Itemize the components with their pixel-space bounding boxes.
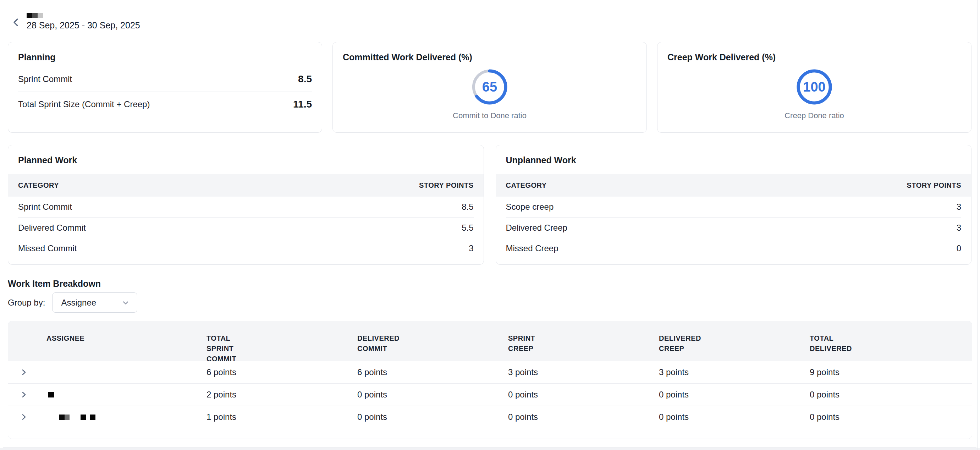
- creep-card-title: Creep Work Delivered (%): [667, 52, 961, 63]
- total-delivered-cell: 9 points: [810, 367, 972, 377]
- group-by-label: Group by:: [8, 298, 45, 308]
- planned-work-card: Planned Work CATEGORY STORY POINTS Sprin…: [8, 145, 484, 265]
- delivered-commit-cell: 6 points: [357, 367, 508, 377]
- breakdown-table-footer: [8, 428, 972, 439]
- redaction-block: [38, 13, 43, 18]
- page-header: 28 Sep, 2025 - 30 Sep, 2025: [0, 0, 980, 34]
- committed-gauge-caption: Commit to Done ratio: [453, 111, 527, 120]
- back-button[interactable]: [10, 16, 22, 29]
- delivered-commit-cell: 0 points: [357, 390, 508, 400]
- table-row: Delivered Creep 3: [506, 217, 962, 238]
- table-row: Sprint Commit 8.5: [18, 197, 474, 217]
- assignee-cell: [46, 361, 207, 383]
- group-by-selected-value: Assignee: [61, 298, 96, 308]
- points-cell: 3: [956, 223, 961, 233]
- chevron-down-icon: [121, 299, 130, 307]
- points-cell: 0: [956, 243, 961, 253]
- sprint-title-redacted: [27, 13, 980, 18]
- column-assignee: ASSIGNEE: [46, 333, 94, 343]
- expand-row-button[interactable]: [19, 390, 29, 399]
- breakdown-row[interactable]: 1 points 0 points 0 points 0 points 0 po…: [8, 405, 972, 428]
- delivered-creep-cell: 3 points: [659, 367, 810, 377]
- expand-row-button[interactable]: [19, 368, 29, 377]
- committed-work-card: Committed Work Delivered (%) 65 Commit t…: [332, 42, 647, 133]
- column-category: CATEGORY: [506, 181, 547, 189]
- summary-cards-row: Planning Sprint Commit 8.5 Total Sprint …: [8, 42, 972, 133]
- planning-row-total-sprint-size: Total Sprint Size (Commit + Creep) 11.5: [18, 92, 312, 117]
- table-row: Scope creep 3: [506, 197, 962, 217]
- redaction-block: [81, 415, 86, 420]
- creep-work-card: Creep Work Delivered (%) 100 Creep Done …: [657, 42, 972, 133]
- planned-work-title: Planned Work: [8, 155, 484, 166]
- work-tables-row: Planned Work CATEGORY STORY POINTS Sprin…: [8, 145, 972, 265]
- expand-row-button[interactable]: [19, 412, 29, 421]
- creep-gauge: 100: [795, 68, 834, 106]
- creep-gauge-value: 100: [795, 68, 834, 106]
- table-row: Missed Creep 0: [506, 238, 962, 258]
- planning-row-sprint-commit: Sprint Commit 8.5: [18, 66, 312, 92]
- breakdown-table-header: ASSIGNEE TOTAL SPRINT COMMIT DELIVERED C…: [8, 321, 972, 361]
- redaction-block: [27, 13, 32, 18]
- column-category: CATEGORY: [18, 181, 59, 189]
- column-sprint-creep: SPRINT CREEP: [508, 333, 556, 354]
- total-delivered-cell: 0 points: [810, 390, 972, 400]
- chevron-right-icon: [20, 391, 28, 399]
- category-cell: Delivered Creep: [506, 223, 567, 233]
- redaction-block: [48, 392, 54, 398]
- redaction-block: [65, 415, 70, 420]
- assignee-cell-redacted: [46, 406, 207, 428]
- unplanned-work-table-header: CATEGORY STORY POINTS: [496, 174, 972, 197]
- group-by-row: Group by: Assignee: [8, 293, 980, 313]
- unplanned-work-title: Unplanned Work: [496, 155, 972, 166]
- chevron-right-icon: [20, 413, 28, 421]
- planning-card-title: Planning: [18, 52, 312, 63]
- planned-work-table-header: CATEGORY STORY POINTS: [8, 174, 484, 197]
- page-background-strip: [0, 448, 980, 450]
- scrollbar[interactable]: [977, 0, 978, 450]
- sprint-creep-cell: 0 points: [508, 390, 659, 400]
- planning-row-label: Sprint Commit: [18, 74, 72, 84]
- category-cell: Scope creep: [506, 202, 554, 212]
- redaction-block: [32, 13, 38, 18]
- committed-gauge-value: 65: [471, 68, 509, 106]
- planning-card: Planning Sprint Commit 8.5 Total Sprint …: [8, 42, 322, 133]
- points-cell: 3: [956, 202, 961, 212]
- points-cell: 8.5: [461, 202, 473, 212]
- breakdown-row[interactable]: 2 points 0 points 0 points 0 points 0 po…: [8, 383, 972, 405]
- committed-gauge: 65: [471, 68, 509, 106]
- sprint-date-range: 28 Sep, 2025 - 30 Sep, 2025: [27, 20, 980, 30]
- points-cell: 5.5: [461, 223, 473, 233]
- assignee-cell-redacted: [46, 384, 207, 405]
- column-total-delivered: TOTAL DELIVERED: [810, 333, 858, 354]
- chevron-right-icon: [20, 368, 28, 376]
- column-total-sprint-commit: TOTAL SPRINT COMMIT: [207, 333, 255, 364]
- redaction-block: [90, 415, 95, 420]
- group-by-select[interactable]: Assignee: [52, 293, 137, 313]
- category-cell: Delivered Commit: [18, 223, 86, 233]
- category-cell: Sprint Commit: [18, 202, 72, 212]
- planning-row-value: 8.5: [298, 73, 312, 85]
- delivered-commit-cell: 0 points: [357, 412, 508, 422]
- table-row: Missed Commit 3: [18, 238, 474, 258]
- total-sprint-commit-cell: 6 points: [207, 367, 357, 377]
- sprint-creep-cell: 3 points: [508, 367, 659, 377]
- redaction-block: [59, 415, 65, 420]
- column-story-points: STORY POINTS: [419, 181, 473, 189]
- points-cell: 3: [469, 243, 473, 253]
- column-delivered-creep: DELIVERED CREEP: [659, 333, 707, 354]
- delivered-creep-cell: 0 points: [659, 390, 810, 400]
- total-sprint-commit-cell: 2 points: [207, 390, 357, 400]
- total-sprint-commit-cell: 1 points: [207, 412, 357, 422]
- column-story-points: STORY POINTS: [907, 181, 961, 189]
- category-cell: Missed Creep: [506, 243, 558, 253]
- category-cell: Missed Commit: [18, 243, 76, 253]
- delivered-creep-cell: 0 points: [659, 412, 810, 422]
- chevron-left-icon: [12, 17, 20, 28]
- breakdown-row[interactable]: 6 points 6 points 3 points 3 points 9 po…: [8, 361, 972, 383]
- sprint-creep-cell: 0 points: [508, 412, 659, 422]
- work-item-breakdown-table: ASSIGNEE TOTAL SPRINT COMMIT DELIVERED C…: [8, 321, 972, 439]
- planning-row-label: Total Sprint Size (Commit + Creep): [18, 99, 150, 109]
- committed-card-title: Committed Work Delivered (%): [343, 52, 636, 63]
- work-item-breakdown-title: Work Item Breakdown: [8, 278, 980, 289]
- unplanned-work-card: Unplanned Work CATEGORY STORY POINTS Sco…: [496, 145, 972, 265]
